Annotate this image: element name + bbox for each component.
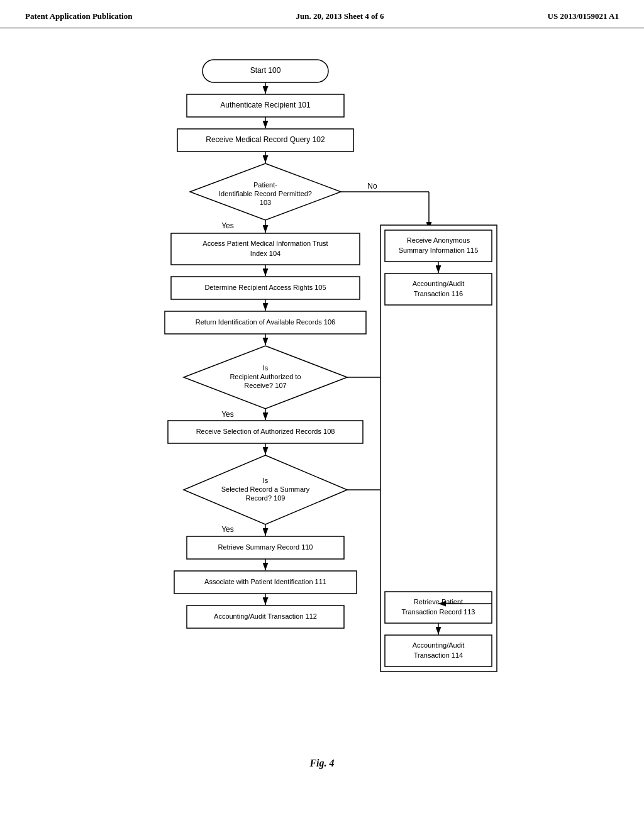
node-110-label: Retrieve Summary Record 110	[218, 543, 313, 551]
node-107-label3: Receive? 107	[244, 382, 286, 389]
node-116-label1r: Accounting/Audit	[413, 280, 465, 287]
node-114-label1r: Accounting/Audit	[413, 641, 465, 649]
node-114-label2r: Transaction 114	[414, 651, 463, 659]
node-106-label: Return Identification of Available Recor…	[196, 318, 335, 326]
header-left: Patent Application Publication	[25, 11, 132, 21]
node-113-label1r: Retrieve Patient	[414, 598, 463, 606]
node-115-label2r: Summary Information 115	[399, 246, 479, 254]
node-115-label1r: Receive Anonymous	[407, 236, 470, 244]
node-107-label1: Is	[263, 364, 269, 372]
diagram-area: Start 100 Authenticate Recipient 101 Rec…	[0, 28, 644, 782]
node-108-label: Receive Selection of Authorized Records …	[196, 428, 335, 435]
header-right: US 2013/0159021 A1	[548, 11, 619, 21]
node-109-label2: Selected Record a Summary	[221, 485, 310, 493]
label-yes-107: Yes	[221, 410, 234, 419]
node-start-label: Start 100	[250, 66, 281, 75]
node-113-label2r: Transaction Record 113	[402, 608, 475, 616]
node-102-label: Receive Medical Record Query 102	[206, 135, 325, 144]
node-116-label2r: Transaction 116	[414, 290, 463, 297]
node-111-label: Associate with Patient Identification 11…	[204, 578, 326, 585]
node-104-label2: Index 104	[250, 250, 280, 257]
label-no-103: No	[367, 182, 377, 191]
node-103-label3: 103	[260, 199, 271, 206]
node-107-label2: Recipient Authorized to	[230, 373, 301, 380]
node-105-label: Determine Recipient Access Rights 105	[204, 284, 326, 291]
label-yes-103: Yes	[221, 221, 234, 230]
label-yes-109: Yes	[221, 525, 234, 534]
flowchart-svg: Start 100 Authenticate Recipient 101 Rec…	[77, 41, 567, 751]
header-center: Jun. 20, 2013 Sheet 4 of 6	[296, 11, 384, 21]
node-101-label: Authenticate Recipient 101	[220, 101, 311, 109]
page-header: Patent Application Publication Jun. 20, …	[0, 0, 644, 28]
node-103-label1: Patient-	[253, 181, 277, 189]
node-104-label1: Access Patient Medical Information Trust	[203, 240, 328, 247]
node-109-label3: Record? 109	[246, 494, 286, 502]
figure-label: Fig. 4	[309, 758, 334, 769]
node-112-label: Accounting/Audit Transaction 112	[214, 612, 317, 620]
node-109-label1: Is	[263, 477, 269, 484]
node-103-label2: Identifiable Record Permitted?	[219, 190, 312, 197]
